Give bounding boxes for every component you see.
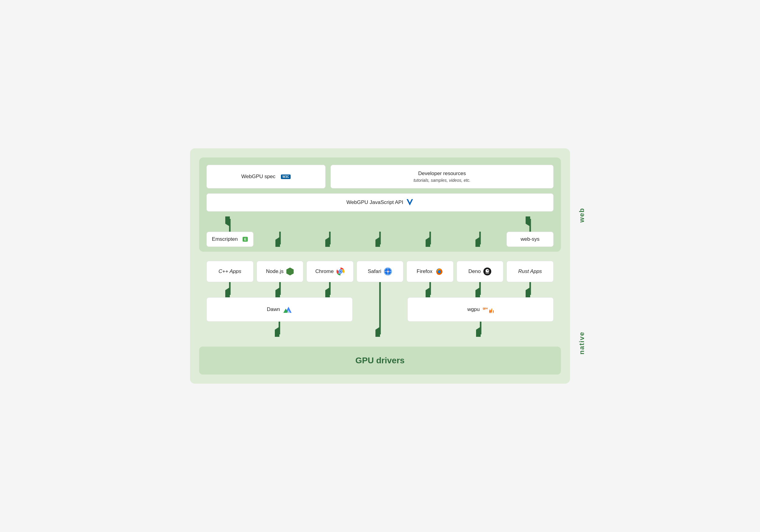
arrow-websys-up xyxy=(526,217,535,232)
firefox-web-col xyxy=(406,232,453,247)
dawn-wgpu-row: Dawn wgpu xyxy=(207,297,553,322)
firefox-cell: Firefox xyxy=(406,261,453,282)
w3c-icon: W3C xyxy=(281,174,291,179)
nodejs-label: Node.js xyxy=(266,268,284,274)
native-arrows-row xyxy=(207,282,553,297)
cpp-apps-cell: C++ Apps xyxy=(207,261,254,282)
webgpu-spec-label: WebGPU spec xyxy=(241,173,275,180)
safari-arrow-col xyxy=(356,282,404,297)
rust-arrow-col xyxy=(506,282,553,297)
arrow-emscripten-up xyxy=(225,217,234,232)
native-label: native xyxy=(578,279,586,407)
safari-through-arrow xyxy=(375,297,385,322)
native-region: C++ Apps Node.js xyxy=(199,256,561,342)
dawn-to-gpu-arrow xyxy=(207,322,353,337)
cpp-arrow-col xyxy=(207,282,254,297)
arrow-firefox-down xyxy=(426,232,435,247)
websys-label: web-sys xyxy=(521,236,540,242)
deno-label: Deno xyxy=(468,268,481,274)
diagram-wrapper: web native WebGPU spec W3C Developer res… xyxy=(190,148,570,384)
nodejs-web-col xyxy=(257,232,304,247)
arrow-chrome-down xyxy=(325,232,334,247)
svg-point-33 xyxy=(486,269,489,273)
svg-marker-16 xyxy=(286,267,294,275)
webgpu-spec-box: WebGPU spec W3C xyxy=(207,165,326,188)
web-label: web xyxy=(578,158,586,273)
rust-apps-box: Rust Apps xyxy=(506,261,553,282)
emscripten-icon: E xyxy=(243,237,248,242)
safari-through-col xyxy=(356,297,404,322)
safari-cell: Safari xyxy=(356,261,404,282)
deno-cell: Deno xyxy=(456,261,504,282)
web-region: WebGPU spec W3C Developer resources tuto… xyxy=(199,158,561,252)
safari-label: Safari xyxy=(368,268,381,274)
nodejs-icon xyxy=(286,267,294,276)
svg-point-35 xyxy=(488,270,489,271)
arrow-firefox-to-wgpu xyxy=(426,282,435,297)
websys-box: web-sys xyxy=(506,232,553,247)
nodejs-arrow-col xyxy=(257,282,304,297)
deno-icon xyxy=(483,267,492,276)
svg-point-20 xyxy=(339,270,341,273)
dawn-icon xyxy=(283,306,292,314)
arrow-dawn-to-gpu xyxy=(275,322,284,337)
gpu-label: GPU drivers xyxy=(356,356,404,365)
arrow-safari-to-gpu xyxy=(375,322,385,337)
safari-web-col xyxy=(356,232,404,247)
arrow-safari-native xyxy=(375,282,385,297)
to-gpu-arrows-row xyxy=(207,322,553,337)
dawn-label: Dawn xyxy=(267,307,280,313)
arrow-cpp-down xyxy=(225,282,234,297)
firefox-box: Firefox xyxy=(406,261,453,282)
arrow-safari-down xyxy=(375,232,385,247)
webgpu-api-label: WebGPU JavaScript API xyxy=(347,199,404,206)
deno-web-col xyxy=(456,232,504,247)
deno-arrow-col xyxy=(456,282,504,297)
arrow-nodejs-down xyxy=(275,232,285,247)
rust-apps-label: Rust Apps xyxy=(518,268,542,274)
rust-apps-cell: Rust Apps xyxy=(506,261,553,282)
arrow-nodejs-to-dawn xyxy=(275,282,285,297)
outer-container: web native WebGPU spec W3C Developer res… xyxy=(190,148,570,384)
browser-boxes-row: C++ Apps Node.js xyxy=(207,261,553,282)
svg-text:gpu: gpu xyxy=(483,307,488,310)
dev-resources-sublabel: tutorials, samples, videos, etc. xyxy=(413,178,471,183)
top-row: WebGPU spec W3C Developer resources tuto… xyxy=(207,165,553,188)
chrome-arrow-col xyxy=(307,282,354,297)
safari-to-gpu-arrow xyxy=(356,322,404,337)
arrow-chrome-to-dawn xyxy=(325,282,334,297)
firefox-label: Firefox xyxy=(417,268,433,274)
wgpu-box: wgpu gpu xyxy=(407,297,553,322)
cpp-apps-label: C++ Apps xyxy=(218,268,241,274)
firefox-icon xyxy=(435,267,444,276)
dev-resources-label: Developer resources xyxy=(418,170,466,177)
web-section-arrows: Emscripten E xyxy=(207,217,553,247)
webgpu-api-box: WebGPU JavaScript API xyxy=(207,193,553,212)
gpu-section: GPU drivers xyxy=(199,347,561,374)
nodejs-cell: Node.js xyxy=(257,261,304,282)
arrow-wgpu-to-gpu xyxy=(476,322,485,337)
chrome-icon xyxy=(336,267,345,276)
deno-box: Deno xyxy=(456,261,504,282)
chrome-web-col xyxy=(307,232,354,247)
dev-resources-box: Developer resources tutorials, samples, … xyxy=(330,165,553,188)
arrow-rust-to-wgpu xyxy=(526,282,535,297)
arrow-deno-to-wgpu xyxy=(475,282,485,297)
svg-point-31 xyxy=(438,271,440,273)
emscripten-box: Emscripten E xyxy=(207,232,254,247)
firefox-arrow-col xyxy=(406,282,453,297)
webgpu-logo-icon xyxy=(406,199,413,206)
chrome-cell: Chrome xyxy=(307,261,354,282)
arrow-deno-down xyxy=(475,232,485,247)
wgpu-label: wgpu xyxy=(467,307,480,313)
emscripten-label: Emscripten xyxy=(212,236,238,242)
nodejs-box: Node.js xyxy=(257,261,304,282)
safari-box: Safari xyxy=(356,261,404,282)
websys-col: web-sys xyxy=(506,217,553,247)
chrome-box: Chrome xyxy=(307,261,354,282)
cpp-apps-box: C++ Apps xyxy=(207,261,254,282)
wgpu-to-gpu-arrow xyxy=(407,322,553,337)
chrome-label: Chrome xyxy=(315,268,333,274)
emscripten-col: Emscripten E xyxy=(207,217,254,247)
dawn-box: Dawn xyxy=(207,297,353,322)
